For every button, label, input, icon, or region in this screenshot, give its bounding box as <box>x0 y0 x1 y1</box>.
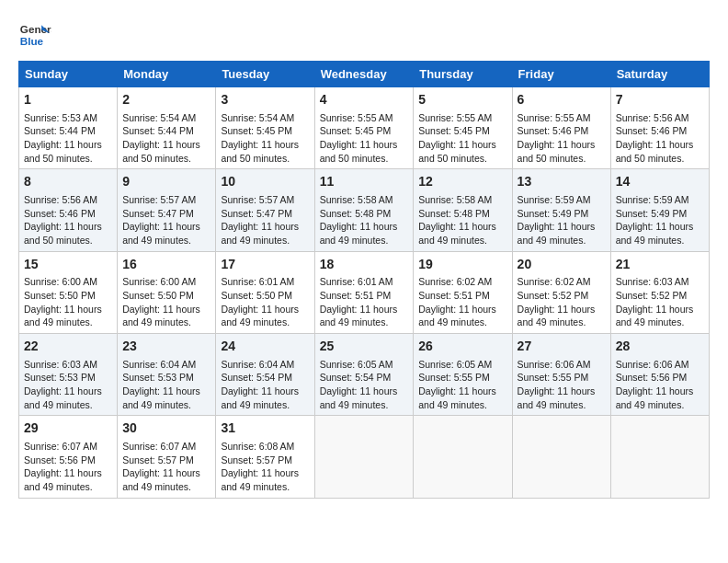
day-number: 25 <box>320 338 409 356</box>
day-number: 3 <box>221 91 309 109</box>
calendar-cell: 8Sunrise: 5:56 AM Sunset: 5:46 PM Daylig… <box>19 169 118 251</box>
day-number: 12 <box>418 173 506 191</box>
calendar-cell: 26Sunrise: 6:05 AM Sunset: 5:55 PM Dayli… <box>414 334 512 416</box>
calendar-week-2: 8Sunrise: 5:56 AM Sunset: 5:46 PM Daylig… <box>19 169 710 251</box>
col-header-tuesday: Tuesday <box>216 62 314 87</box>
day-number: 1 <box>24 91 112 109</box>
day-number: 27 <box>518 338 606 356</box>
calendar-table: SundayMondayTuesdayWednesdayThursdayFrid… <box>18 61 710 499</box>
day-content: Sunrise: 5:59 AM Sunset: 5:49 PM Dayligh… <box>518 193 606 247</box>
day-number: 29 <box>24 419 112 438</box>
day-number: 8 <box>24 173 112 191</box>
day-number: 5 <box>418 91 506 109</box>
day-number: 9 <box>122 173 210 191</box>
day-content: Sunrise: 6:05 AM Sunset: 5:54 PM Dayligh… <box>320 358 409 412</box>
col-header-wednesday: Wednesday <box>314 62 414 87</box>
day-content: Sunrise: 6:07 AM Sunset: 5:56 PM Dayligh… <box>24 440 112 494</box>
page-header: General Blue <box>18 18 710 52</box>
col-header-sunday: Sunday <box>19 62 118 87</box>
calendar-cell: 21Sunrise: 6:03 AM Sunset: 5:52 PM Dayli… <box>610 251 709 333</box>
col-header-friday: Friday <box>512 62 610 87</box>
day-content: Sunrise: 5:54 AM Sunset: 5:44 PM Dayligh… <box>122 111 210 166</box>
day-number: 17 <box>221 256 309 274</box>
day-content: Sunrise: 6:04 AM Sunset: 5:54 PM Dayligh… <box>221 358 309 412</box>
day-number: 28 <box>616 338 704 356</box>
day-content: Sunrise: 6:01 AM Sunset: 5:51 PM Dayligh… <box>320 275 409 329</box>
day-number: 19 <box>418 256 506 274</box>
calendar-cell: 29Sunrise: 6:07 AM Sunset: 5:56 PM Dayli… <box>19 416 118 498</box>
day-number: 24 <box>221 338 309 356</box>
day-content: Sunrise: 6:04 AM Sunset: 5:53 PM Dayligh… <box>122 358 210 412</box>
day-content: Sunrise: 6:08 AM Sunset: 5:57 PM Dayligh… <box>221 440 309 494</box>
col-header-monday: Monday <box>118 62 216 87</box>
calendar-cell: 4Sunrise: 5:55 AM Sunset: 5:45 PM Daylig… <box>314 87 414 169</box>
calendar-cell: 5Sunrise: 5:55 AM Sunset: 5:45 PM Daylig… <box>414 87 512 169</box>
day-content: Sunrise: 5:56 AM Sunset: 5:46 PM Dayligh… <box>24 193 112 247</box>
day-content: Sunrise: 6:07 AM Sunset: 5:57 PM Dayligh… <box>122 440 210 494</box>
calendar-cell: 9Sunrise: 5:57 AM Sunset: 5:47 PM Daylig… <box>118 169 216 251</box>
day-number: 31 <box>221 419 309 438</box>
day-number: 16 <box>122 256 210 274</box>
calendar-cell: 13Sunrise: 5:59 AM Sunset: 5:49 PM Dayli… <box>512 169 610 251</box>
day-number: 14 <box>616 173 704 191</box>
day-content: Sunrise: 6:06 AM Sunset: 5:55 PM Dayligh… <box>518 358 606 412</box>
calendar-cell: 17Sunrise: 6:01 AM Sunset: 5:50 PM Dayli… <box>216 251 314 333</box>
calendar-cell: 27Sunrise: 6:06 AM Sunset: 5:55 PM Dayli… <box>512 334 610 416</box>
calendar-cell: 10Sunrise: 5:57 AM Sunset: 5:47 PM Dayli… <box>216 169 314 251</box>
day-number: 2 <box>122 91 210 109</box>
calendar-cell: 16Sunrise: 6:00 AM Sunset: 5:50 PM Dayli… <box>118 251 216 333</box>
day-number: 6 <box>518 91 606 109</box>
day-content: Sunrise: 5:59 AM Sunset: 5:49 PM Dayligh… <box>616 193 704 247</box>
calendar-cell: 24Sunrise: 6:04 AM Sunset: 5:54 PM Dayli… <box>216 334 314 416</box>
day-content: Sunrise: 5:58 AM Sunset: 5:48 PM Dayligh… <box>320 193 409 247</box>
day-number: 30 <box>122 419 210 438</box>
day-number: 26 <box>418 338 506 356</box>
day-number: 11 <box>320 173 409 191</box>
calendar-cell: 22Sunrise: 6:03 AM Sunset: 5:53 PM Dayli… <box>19 334 118 416</box>
calendar-cell: 31Sunrise: 6:08 AM Sunset: 5:57 PM Dayli… <box>216 416 314 498</box>
calendar-cell: 7Sunrise: 5:56 AM Sunset: 5:46 PM Daylig… <box>610 87 709 169</box>
col-header-thursday: Thursday <box>414 62 512 87</box>
day-number: 13 <box>518 173 606 191</box>
day-number: 7 <box>616 91 704 109</box>
calendar-week-4: 22Sunrise: 6:03 AM Sunset: 5:53 PM Dayli… <box>19 334 710 416</box>
svg-text:Blue: Blue <box>20 35 44 47</box>
calendar-cell <box>314 416 414 498</box>
calendar-cell: 11Sunrise: 5:58 AM Sunset: 5:48 PM Dayli… <box>314 169 414 251</box>
day-content: Sunrise: 6:02 AM Sunset: 5:51 PM Dayligh… <box>418 275 506 329</box>
calendar-cell: 18Sunrise: 6:01 AM Sunset: 5:51 PM Dayli… <box>314 251 414 333</box>
day-content: Sunrise: 5:57 AM Sunset: 5:47 PM Dayligh… <box>221 193 309 247</box>
calendar-cell <box>512 416 610 498</box>
day-number: 10 <box>221 173 309 191</box>
day-number: 23 <box>122 338 210 356</box>
calendar-cell: 30Sunrise: 6:07 AM Sunset: 5:57 PM Dayli… <box>118 416 216 498</box>
day-content: Sunrise: 5:55 AM Sunset: 5:46 PM Dayligh… <box>518 111 606 166</box>
calendar-cell: 23Sunrise: 6:04 AM Sunset: 5:53 PM Dayli… <box>118 334 216 416</box>
day-content: Sunrise: 6:06 AM Sunset: 5:56 PM Dayligh… <box>616 358 704 412</box>
calendar-cell <box>414 416 512 498</box>
calendar-cell: 19Sunrise: 6:02 AM Sunset: 5:51 PM Dayli… <box>414 251 512 333</box>
day-number: 4 <box>320 91 409 109</box>
calendar-cell: 15Sunrise: 6:00 AM Sunset: 5:50 PM Dayli… <box>19 251 118 333</box>
day-content: Sunrise: 5:54 AM Sunset: 5:45 PM Dayligh… <box>221 111 309 166</box>
logo-icon: General Blue <box>18 18 51 52</box>
col-header-saturday: Saturday <box>610 62 709 87</box>
day-content: Sunrise: 5:57 AM Sunset: 5:47 PM Dayligh… <box>122 193 210 247</box>
day-content: Sunrise: 6:00 AM Sunset: 5:50 PM Dayligh… <box>24 275 112 329</box>
calendar-cell <box>610 416 709 498</box>
day-content: Sunrise: 5:55 AM Sunset: 5:45 PM Dayligh… <box>320 111 409 166</box>
calendar-cell: 2Sunrise: 5:54 AM Sunset: 5:44 PM Daylig… <box>118 87 216 169</box>
logo: General Blue <box>18 18 51 52</box>
calendar-cell: 6Sunrise: 5:55 AM Sunset: 5:46 PM Daylig… <box>512 87 610 169</box>
day-number: 15 <box>24 256 112 274</box>
calendar-cell: 1Sunrise: 5:53 AM Sunset: 5:44 PM Daylig… <box>19 87 118 169</box>
day-content: Sunrise: 6:00 AM Sunset: 5:50 PM Dayligh… <box>122 275 210 329</box>
day-content: Sunrise: 5:53 AM Sunset: 5:44 PM Dayligh… <box>24 111 112 166</box>
day-content: Sunrise: 6:01 AM Sunset: 5:50 PM Dayligh… <box>221 275 309 329</box>
calendar-week-5: 29Sunrise: 6:07 AM Sunset: 5:56 PM Dayli… <box>19 416 710 498</box>
day-number: 20 <box>518 256 606 274</box>
day-content: Sunrise: 6:03 AM Sunset: 5:53 PM Dayligh… <box>24 358 112 412</box>
calendar-week-1: 1Sunrise: 5:53 AM Sunset: 5:44 PM Daylig… <box>19 87 710 169</box>
calendar-cell: 20Sunrise: 6:02 AM Sunset: 5:52 PM Dayli… <box>512 251 610 333</box>
calendar-cell: 25Sunrise: 6:05 AM Sunset: 5:54 PM Dayli… <box>314 334 414 416</box>
